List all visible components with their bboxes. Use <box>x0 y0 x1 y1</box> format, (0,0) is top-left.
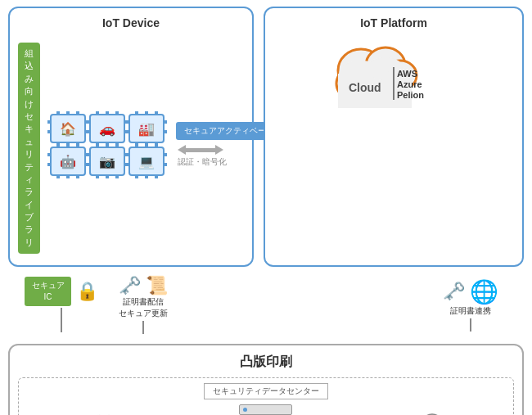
chip-cell-camera: 📷 <box>89 147 125 176</box>
arrow-left-head <box>178 145 186 155</box>
cert-cloud-container: 🔒 <box>400 404 458 415</box>
bottom-section: 凸版印刷 セキュリティデータセンター 🏭 🔒 🗝️ 機器向けIC発行 <box>8 344 524 415</box>
arrow-line <box>186 148 215 152</box>
iot-device-box: IoT Device 組込み向けセキュリティライブラリ <box>8 7 254 267</box>
key-icon: 🗝️ <box>443 281 465 302</box>
svg-text:AWS: AWS <box>397 69 417 79</box>
iot-platform-title: IoT Platform <box>273 16 514 29</box>
server-stack <box>239 404 292 415</box>
vert-line-2 <box>142 321 144 334</box>
issuing-icons: 🏭 🔒 🗝️ <box>70 404 136 415</box>
svg-text:Cloud: Cloud <box>349 81 381 94</box>
iot-platform-box: IoT Platform Cloud <box>264 7 524 267</box>
cert-mgmt-item: 🔒 証明書・鍵管理サービス <box>352 404 507 415</box>
factory-icon: 🏭 <box>84 412 121 415</box>
cert-update-label: 証明書配信セキュア更新 <box>119 296 168 319</box>
lock-icon: 🔒 <box>76 281 98 302</box>
key-mgmt-item: 🗝️ 鍵管理 <box>188 404 343 415</box>
security-dc-box: セキュリティデータセンター 🏭 🔒 🗝️ 機器向けIC発行 <box>18 377 514 415</box>
issuing-item: 🏭 🔒 🗝️ 機器向けIC発行 <box>25 404 180 415</box>
chip-cell-home: 🏠 <box>50 114 86 143</box>
security-lib-label: 組込み向けセキュリティライブラリ <box>18 43 40 254</box>
security-dc-label: セキュリティデータセンター <box>204 383 328 399</box>
dc-label-wrap: セキュリティデータセンター <box>25 383 507 399</box>
cert-icons: 🗝️ 📜 <box>119 275 168 296</box>
chip-row-2: 🤖 📷 <box>50 147 165 176</box>
bottom-title: 凸版印刷 <box>18 354 514 371</box>
cert-update-item: 🗝️ 📜 証明書配信セキュア更新 <box>106 275 180 336</box>
arrow-right-head <box>215 145 223 155</box>
platform-content: Cloud AWS Azure Pelion <box>273 36 514 114</box>
auth-enc-label: 認証・暗号化 <box>178 156 227 168</box>
iot-device-title: IoT Device <box>18 16 244 29</box>
cert-link-icons: 🗝️ 🌐 <box>443 278 498 305</box>
chip-cell-car: 🚗 <box>89 114 125 143</box>
top-section: IoT Device 組込み向けセキュリティライブラリ <box>8 7 524 267</box>
chip-grid: 🏠 🚗 <box>50 114 165 176</box>
secure-ic-label: セキュアIC <box>25 277 71 306</box>
key-cert-icon: 🗝️ <box>119 275 141 296</box>
cert-link-label: 証明書連携 <box>450 305 491 317</box>
middle-row: セキュアIC 🔒 🗝️ 📜 証明書配信セキュア更新 🗝️ 🌐 証明書連携 <box>8 272 524 339</box>
key-mgmt-icons: 🗝️ <box>239 404 292 415</box>
chip-cell-factory: 🏭 <box>128 114 165 143</box>
vert-line-1 <box>61 308 62 332</box>
globe-icon: 🌐 <box>470 278 498 305</box>
vert-line-3 <box>470 318 471 332</box>
bottom-dc-row: 🏭 🔒 🗝️ 機器向けIC発行 <box>25 404 507 415</box>
secure-ic-icons: セキュアIC 🔒 <box>25 277 98 306</box>
cert-icon: 📜 <box>146 275 168 296</box>
diagram-container: IoT Device 組込み向けセキュリティライブラリ <box>0 0 532 415</box>
chip-grid-container: 🏠 🚗 <box>50 114 165 176</box>
chip-cell-robot: 🤖 <box>50 147 86 176</box>
chip-cell-computer: 💻 <box>128 147 165 176</box>
svg-text:Azure: Azure <box>397 79 422 89</box>
device-content: 組込み向けセキュリティライブラリ 🏠 <box>18 36 244 254</box>
cert-link-item: 🗝️ 🌐 証明書連携 <box>434 278 507 333</box>
cloud-svg: Cloud AWS Azure Pelion <box>328 36 459 114</box>
cert-cloud-svg: 🔒 <box>403 407 456 415</box>
server-row-1 <box>239 404 292 415</box>
secure-ic-item: セキュアIC 🔒 <box>25 277 98 334</box>
svg-text:Pelion: Pelion <box>397 90 424 100</box>
server-dot-1 <box>243 408 247 412</box>
chip-row-1: 🏠 🚗 <box>50 114 165 143</box>
